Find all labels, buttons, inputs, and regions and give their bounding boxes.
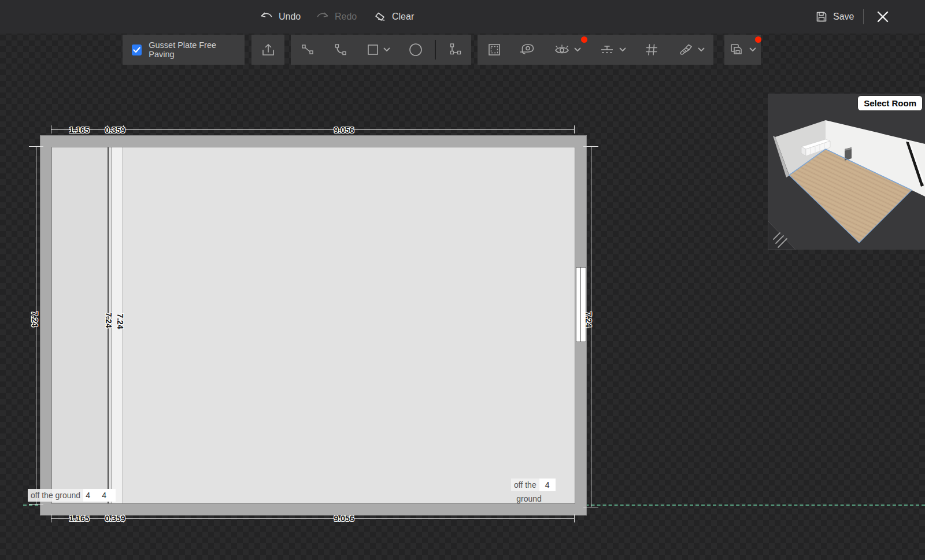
off-ground-right-label: off the: [511, 479, 539, 491]
chevron-down-icon[interactable]: [383, 47, 390, 52]
visibility-tool-button[interactable]: [545, 35, 590, 65]
check-icon: [133, 47, 140, 53]
eye-icon: [554, 43, 570, 56]
paving-checkbox-label: Gusset Plate Free Paving: [149, 40, 245, 59]
marquee-select-button[interactable]: [478, 35, 511, 65]
undo-button[interactable]: Undo: [260, 0, 301, 34]
paving-checkbox[interactable]: [132, 44, 142, 55]
dimension-tick: [51, 514, 51, 522]
draw-tools-group: [291, 35, 471, 65]
circle-tool-button[interactable]: [400, 35, 431, 65]
dimension-line-top: [51, 129, 575, 130]
save-label: Save: [833, 12, 854, 22]
save-button[interactable]: Save: [815, 0, 854, 34]
notification-dot: [581, 36, 587, 43]
notification-dot: [755, 36, 761, 43]
dim-top-3: 9.056: [334, 125, 354, 135]
dimension-tick: [574, 514, 575, 522]
dim-bottom-2: 0.359: [105, 514, 125, 523]
save-icon: [815, 10, 828, 23]
dim-partition-left: 7.24: [104, 312, 113, 328]
close-icon: [875, 9, 890, 24]
level-icon: [599, 43, 615, 57]
view-tools-group: [478, 35, 713, 65]
window-right-wall[interactable]: [576, 267, 586, 342]
chevron-down-icon[interactable]: [619, 47, 626, 52]
chevron-down-icon[interactable]: [749, 47, 756, 52]
marquee-select-icon: [487, 42, 502, 57]
dimension-tick: [583, 507, 598, 507]
measure-tool-button[interactable]: [511, 35, 545, 65]
window-mullion: [580, 268, 581, 342]
toolbar-separator: [435, 40, 436, 60]
dim-partition-right: 7.24: [116, 313, 125, 329]
arc-tool-icon: [334, 43, 347, 57]
select-room-button[interactable]: Select Room: [857, 95, 923, 111]
grid-toggle-button[interactable]: [635, 35, 668, 65]
clear-button[interactable]: Clear: [373, 0, 414, 34]
dim-top-2: 0.359: [105, 125, 125, 135]
topbar-divider: [863, 9, 864, 24]
resize-grip[interactable]: [768, 221, 796, 250]
level-tool-button[interactable]: [590, 35, 635, 65]
off-ground-left-label: off the ground: [28, 489, 83, 502]
chevron-down-icon[interactable]: [574, 47, 581, 52]
arc-tool-button[interactable]: [324, 35, 357, 65]
undo-label: Undo: [279, 12, 301, 22]
room-3d-scene: [768, 94, 925, 250]
undo-icon: [260, 10, 273, 23]
duplicate-save-button[interactable]: [724, 35, 761, 65]
dimension-tick: [51, 125, 51, 133]
dim-top-1: 1.165: [69, 125, 89, 135]
export-group: [251, 35, 284, 65]
dim-bottom-1: 1.165: [69, 514, 89, 523]
off-ground-left-widget: off the ground 4 4: [28, 489, 116, 502]
grid-icon: [644, 42, 659, 57]
close-button[interactable]: [875, 0, 890, 34]
duplicate-save-group: [724, 35, 761, 65]
rectangle-tool-icon: [367, 43, 379, 56]
off-ground-left-value2[interactable]: 4: [99, 489, 116, 502]
room-left-section[interactable]: [52, 147, 108, 503]
off-ground-right-value[interactable]: 4: [539, 479, 556, 491]
clear-label: Clear: [392, 12, 414, 22]
dim-left: 7.24: [30, 311, 39, 327]
eraser-icon: [373, 10, 387, 23]
dimension-tick: [574, 125, 575, 133]
dimension-tick: [29, 504, 43, 505]
off-ground-right-widget: off the 4: [511, 479, 556, 491]
copy-save-icon: [729, 42, 745, 57]
room-3d-preview[interactable]: Select Room: [768, 94, 925, 250]
paving-toggle-group[interactable]: Gusset Plate Free Paving: [123, 35, 245, 65]
room-floor-area[interactable]: [51, 147, 575, 504]
off-ground-left-value1[interactable]: 4: [83, 489, 99, 502]
redo-icon: [316, 10, 330, 23]
dimension-tick: [583, 146, 598, 147]
dim-right: 7.24: [584, 311, 593, 327]
upload-button[interactable]: [251, 35, 284, 65]
measure-tape-icon: [520, 42, 535, 57]
floorplan-editor: { "topbar": { "undo_label": "Undo", "red…: [0, 0, 925, 560]
line-tool-icon: [301, 43, 314, 57]
rectangle-tool-button[interactable]: [357, 35, 400, 65]
redo-button[interactable]: Redo: [316, 0, 357, 34]
dimension-tick: [29, 146, 43, 147]
off-ground-right-label-2: ground: [511, 494, 547, 503]
upload-icon: [261, 42, 276, 57]
polyline-tool-button[interactable]: [439, 35, 471, 65]
circle-tool-icon: [408, 42, 423, 57]
dim-bottom-3: 9.056: [334, 514, 354, 523]
top-bar: Undo Redo Clear Save: [0, 0, 925, 34]
paint-tool-button[interactable]: [668, 35, 713, 65]
redo-label: Redo: [335, 12, 357, 22]
line-tool-button[interactable]: [291, 35, 324, 65]
dimension-line-bottom: [51, 518, 575, 519]
chevron-down-icon[interactable]: [698, 47, 705, 52]
polyline-tool-icon: [447, 42, 462, 57]
paint-brush-icon: [678, 42, 694, 57]
